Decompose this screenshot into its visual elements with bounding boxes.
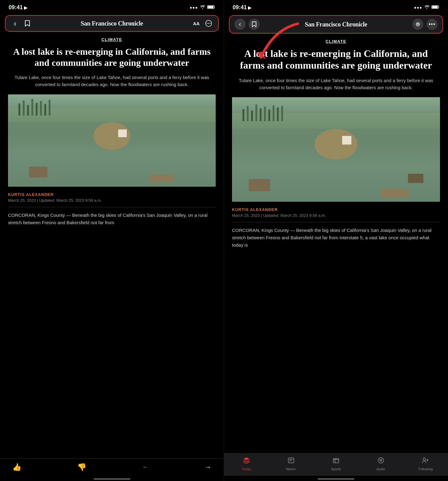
signal-right: ●●●	[414, 5, 422, 10]
headline-left: A lost lake is re-emerging in California…	[8, 46, 216, 68]
following-icon	[422, 457, 429, 466]
bottom-toolbar: 👍 👎 ← →	[0, 458, 224, 476]
left-phone: 09:41 ▶ ●●● ‹ San Francisco Chronicle AA	[0, 0, 224, 481]
tab-bar: Today News+ Sports Audio	[224, 453, 448, 476]
article-image-right	[232, 97, 440, 202]
wifi-left	[200, 5, 205, 11]
svg-point-4	[207, 23, 208, 24]
thumbs-up-button[interactable]: 👍	[12, 463, 22, 471]
time-left: 09:41	[9, 4, 23, 11]
nav-title-left: San Francisco Chronicle	[35, 20, 189, 27]
divider-right	[232, 222, 440, 222]
svg-point-5	[208, 23, 209, 24]
category-left: CLIMATE	[8, 37, 216, 42]
status-bar-right: 09:41 ▶ ●●●	[224, 0, 448, 13]
body-left: CORCORAN, Kings County — Beneath the big…	[8, 212, 216, 226]
sports-icon	[332, 457, 340, 466]
article-image-left	[8, 94, 216, 187]
status-bar-left: 09:41 ▶ ●●●	[0, 0, 224, 13]
more-button-left[interactable]	[204, 19, 213, 28]
right-phone: 09:41 ▶ ●●● ‹ San Francisco Chronicle	[224, 0, 448, 481]
text-size-button-left[interactable]: AA	[192, 19, 201, 28]
thumbs-down-button[interactable]: 👎	[77, 463, 86, 471]
divider-left	[8, 207, 216, 207]
body-right: CORCORAN, Kings County — Beneath the big…	[232, 227, 440, 249]
signal-left: ●●●	[190, 5, 198, 10]
author-left: KURTIS ALEXANDER	[8, 192, 216, 197]
tab-today[interactable]: Today	[237, 457, 256, 471]
back-nav-button[interactable]: ←	[142, 463, 149, 471]
svg-point-15	[380, 460, 382, 462]
svg-point-16	[423, 458, 426, 460]
nav-bar-left: ‹ San Francisco Chronicle AA	[5, 15, 219, 32]
location-icon-left: ▶	[24, 5, 27, 10]
tab-following[interactable]: Following	[416, 457, 435, 471]
svg-rect-2	[214, 6, 215, 8]
date-right: March 25, 2023 | Updated: March 25, 2023…	[232, 213, 440, 218]
battery-left	[207, 5, 215, 11]
svg-rect-1	[208, 6, 214, 8]
today-label: Today	[242, 467, 251, 471]
back-button-right[interactable]: ‹	[234, 19, 246, 30]
wifi-right	[424, 5, 430, 11]
newsplus-label: News+	[286, 467, 296, 471]
article-content-left: CLIMATE A lost lake is re-emerging in Ca…	[0, 34, 224, 458]
audio-icon	[377, 457, 385, 466]
tab-newsplus[interactable]: News+	[282, 457, 300, 471]
home-indicator-left	[0, 476, 224, 481]
forward-nav-button[interactable]: →	[205, 463, 211, 471]
audio-label: Audio	[377, 467, 385, 471]
article-content-right: CLIMATE A lost lake is re-emerging in Ca…	[224, 36, 448, 453]
today-icon	[243, 457, 250, 466]
back-button-left[interactable]: ‹	[10, 19, 20, 28]
svg-rect-13	[333, 459, 339, 463]
sports-label: Sports	[331, 467, 341, 471]
subhead-left: Tulare Lake, once four times the size of…	[8, 74, 216, 88]
svg-point-6	[210, 23, 211, 24]
author-right: KURTIS ALEXANDER	[232, 207, 440, 212]
more-button-right[interactable]: •••	[426, 19, 438, 30]
date-left: March 25, 2023 | Updated: March 25, 2023…	[8, 198, 216, 203]
tab-sports[interactable]: Sports	[327, 457, 345, 471]
bookmark-button-left[interactable]	[23, 19, 32, 28]
time-right: 09:41	[233, 4, 247, 11]
svg-rect-9	[438, 6, 439, 8]
svg-rect-12	[288, 458, 294, 463]
tab-audio[interactable]: Audio	[372, 457, 390, 471]
newsplus-icon	[287, 457, 295, 466]
subhead-right: Tulare Lake, once four times the size of…	[232, 77, 440, 91]
svg-rect-8	[432, 6, 438, 8]
home-indicator-right	[224, 476, 448, 481]
location-icon-right: ▶	[248, 5, 251, 10]
following-label: Following	[418, 467, 433, 471]
battery-right	[431, 5, 439, 11]
share-button-right[interactable]	[412, 19, 423, 30]
